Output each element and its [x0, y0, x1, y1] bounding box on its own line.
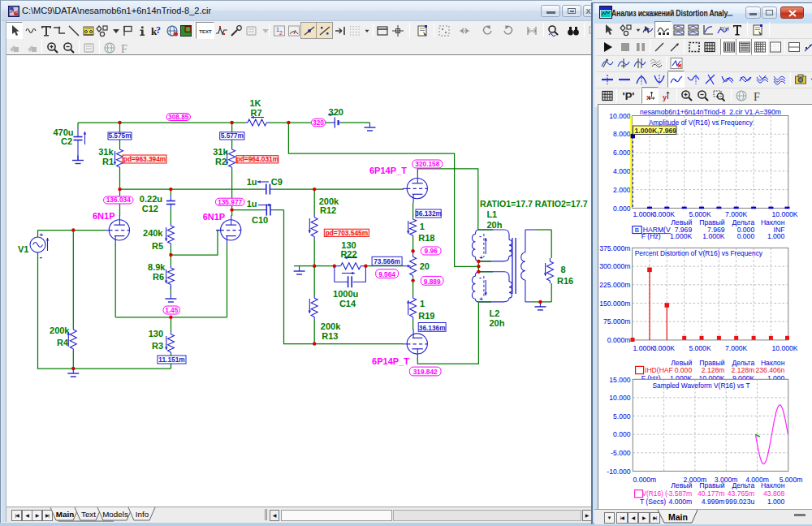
svg-text:0.000m: 0.000m	[633, 476, 657, 484]
svg-text:-10.000: -10.000	[607, 468, 630, 476]
svg-text:6P14P_T: 6P14P_T	[372, 356, 409, 366]
svg-text:150.000m: 150.000m	[599, 300, 630, 308]
svg-text:0.000: 0.000	[613, 430, 631, 438]
svg-text:11.151m: 11.151m	[158, 356, 184, 364]
svg-text:1.000K,7.969: 1.000K,7.969	[635, 127, 677, 135]
svg-text:Percent Distortion of V(R16) v: Percent Distortion of V(R16) vs Frequenc…	[635, 249, 763, 257]
svg-text:1u: 1u	[247, 177, 257, 187]
svg-text:Правый: Правый	[699, 481, 724, 489]
svg-text:320: 320	[313, 119, 324, 127]
svg-text:-: -	[479, 274, 482, 282]
svg-text:225.000m: 225.000m	[599, 281, 630, 289]
svg-text:73.566m: 73.566m	[374, 257, 400, 265]
svg-text:C10: C10	[252, 215, 268, 225]
svg-text:308.85: 308.85	[168, 113, 189, 121]
svg-text:2.128m: 2.128m	[732, 366, 755, 374]
svg-text:130: 130	[149, 329, 163, 338]
svg-text:R1: R1	[102, 157, 114, 166]
svg-text:20h: 20h	[486, 220, 502, 230]
svg-text:R19: R19	[418, 311, 434, 321]
svg-text:Models: Models	[102, 510, 128, 519]
svg-text:20h: 20h	[490, 318, 505, 328]
svg-text:C14: C14	[339, 299, 356, 308]
svg-text:5.000: 5.000	[613, 412, 631, 420]
svg-text:319.842: 319.842	[413, 368, 438, 376]
svg-text:36.132m: 36.132m	[415, 209, 442, 218]
svg-text:0.000m: 0.000m	[607, 336, 631, 344]
svg-text:2: 2	[279, 30, 283, 36]
svg-text:Main: Main	[56, 510, 74, 519]
svg-text:200k: 200k	[321, 321, 341, 331]
svg-text:+: +	[479, 295, 483, 303]
svg-text:5.577m: 5.577m	[221, 132, 244, 140]
svg-text:4.000m: 4.000m	[669, 498, 693, 506]
svg-text:8.9k: 8.9k	[148, 262, 166, 272]
svg-text:R12: R12	[320, 205, 336, 215]
svg-text:pd=703.545m: pd=703.545m	[326, 229, 368, 237]
svg-text:0.000: 0.000	[737, 232, 755, 240]
svg-text:240k: 240k	[143, 228, 163, 238]
svg-text:-: -	[479, 232, 482, 240]
svg-text:R2: R2	[215, 157, 227, 166]
svg-text:-3.587m: -3.587m	[667, 489, 693, 498]
svg-text:4.999m: 4.999m	[702, 498, 725, 506]
svg-text:236.406n: 236.406n	[756, 366, 785, 374]
svg-text:2.128m: 2.128m	[702, 366, 725, 374]
svg-text:T (Secs): T (Secs)	[640, 498, 666, 506]
svg-text:Main: Main	[668, 512, 688, 522]
svg-text:9.96: 9.96	[425, 247, 438, 255]
svg-text:1: 1	[420, 222, 425, 231]
svg-text:1.000K: 1.000K	[702, 232, 725, 240]
svg-text:nesamob6n1+6n14nTriod-8_2.cir: nesamob6n1+6n14nTriod-8_2.cir V1.A=390m	[640, 108, 781, 116]
svg-text:6N1P: 6N1P	[203, 212, 226, 222]
svg-text:V(R16) (: V(R16) (	[642, 489, 668, 498]
svg-text:9.889: 9.889	[424, 278, 441, 286]
svg-text:3.000K: 3.000K	[653, 210, 676, 218]
svg-text:40.177m: 40.177m	[698, 489, 724, 498]
svg-text:8.000: 8.000	[613, 130, 631, 138]
svg-text:pd=964.031m: pd=964.031m	[236, 155, 279, 163]
svg-text:B: B	[635, 226, 639, 234]
svg-text:20: 20	[420, 261, 430, 271]
svg-text:R3: R3	[152, 341, 163, 351]
svg-text:43.765m: 43.765m	[728, 489, 754, 498]
svg-text:V1: V1	[18, 244, 28, 254]
svg-text:3.000K: 3.000K	[653, 344, 676, 352]
svg-text:F(x): F(x)	[719, 25, 729, 32]
svg-text:7.000K: 7.000K	[725, 210, 748, 218]
svg-text:Info: Info	[136, 510, 149, 519]
svg-text:5.000K: 5.000K	[689, 344, 711, 352]
svg-text:R7: R7	[251, 108, 262, 118]
svg-text:1.000: 1.000	[767, 232, 785, 240]
svg-text:F: F	[754, 91, 760, 103]
svg-text:+: +	[40, 231, 44, 239]
svg-text:9.564: 9.564	[378, 270, 395, 278]
svg-text:320.158: 320.158	[415, 160, 439, 168]
svg-text:-: -	[40, 252, 43, 261]
svg-text:C9: C9	[271, 177, 283, 187]
svg-text:F (Hz): F (Hz)	[641, 232, 661, 240]
svg-text:7.000K: 7.000K	[725, 344, 748, 352]
svg-text:10.000K: 10.000K	[771, 210, 797, 218]
svg-text:R22: R22	[340, 249, 356, 259]
svg-text:31k: 31k	[213, 147, 228, 157]
svg-text:C12: C12	[142, 204, 158, 213]
svg-text:IHD(HAF: IHD(HAF	[645, 366, 673, 374]
svg-text:pd=963.394m: pd=963.394m	[123, 155, 166, 163]
svg-text:1.000K: 1.000K	[670, 232, 693, 240]
svg-text:L2: L2	[490, 308, 500, 318]
svg-text:4.000: 4.000	[613, 167, 631, 175]
svg-text:y: y	[663, 93, 667, 101]
svg-text:8: 8	[561, 265, 566, 274]
svg-text:-5.000: -5.000	[611, 449, 631, 457]
svg-text:Наклон: Наклон	[761, 359, 785, 367]
svg-text:Правый: Правый	[699, 359, 724, 367]
svg-text:999.023u: 999.023u	[725, 498, 754, 506]
svg-text:375.000m: 375.000m	[599, 244, 630, 252]
svg-text:R18: R18	[418, 233, 434, 243]
svg-text:10.000: 10.000	[609, 112, 631, 120]
svg-text:136.034: 136.034	[106, 196, 131, 204]
svg-text:200k: 200k	[319, 196, 339, 206]
svg-text:2.000: 2.000	[613, 186, 631, 194]
svg-text:R16: R16	[557, 276, 573, 286]
